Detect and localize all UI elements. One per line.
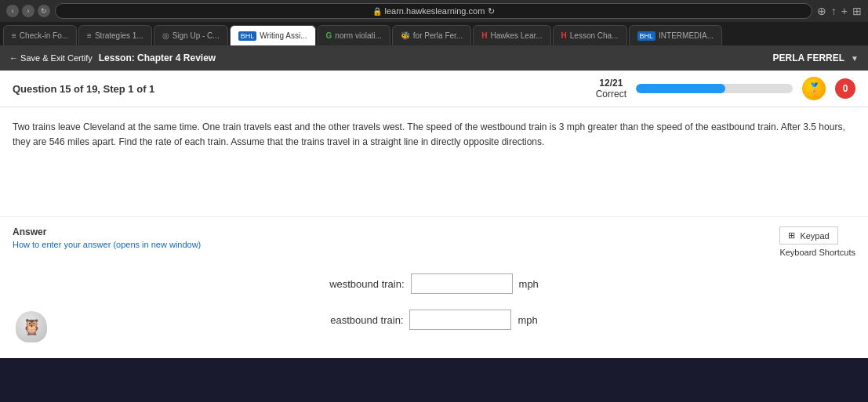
keypad-area: ⊞ Keypad Keyboard Shortcuts [779,226,855,257]
question-body: Two trains leave Cleveland at the same t… [0,107,868,217]
score-text: 12/21 Correct [596,78,626,100]
tab-icon: ≡ [12,31,16,40]
westbound-input[interactable] [411,273,513,294]
tab-icon: ◎ [162,31,169,40]
input-area: westbound train: mph eastbound train: mp… [13,273,855,330]
extensions-button[interactable]: ⊞ [852,5,862,17]
tab-label: INTERMEDIA... [659,31,714,40]
mascot: 🦉 [16,311,55,350]
question-text: Two trains leave Cleveland at the same t… [13,120,855,150]
user-dropdown-arrow[interactable]: ▼ [851,54,859,63]
score-fraction: 12/21 [596,78,626,89]
eastbound-input[interactable] [409,310,511,330]
score-area: 12/21 Correct 🏅 0 [596,77,855,100]
plus-button[interactable]: + [841,5,848,17]
tab-signup[interactable]: ◎ Sign Up - C... [154,25,228,45]
tab-label: Sign Up - C... [173,31,220,40]
tab-label: norm violati... [335,31,381,40]
eastbound-label: eastbound train: [330,314,403,326]
tab-label: Lesson Cha... [570,31,619,40]
save-exit-button[interactable]: ← Save & Exit Certify [9,53,93,63]
tab-label: Strategies 1... [95,31,143,40]
tab-perla[interactable]: 🐝 for Perla Fer... [392,25,471,45]
keyboard-shortcuts-link[interactable]: Keyboard Shortcuts [779,248,855,257]
tab-icon: H [561,31,567,40]
answer-section: Answer How to enter your answer (opens i… [0,217,868,358]
share-button[interactable]: ↑ [831,5,837,17]
tab-label: Writing Assi... [260,31,307,40]
keypad-label: Keypad [800,231,829,241]
refresh-indicator: ↻ [488,6,495,16]
question-label: Question 15 of 19, Step 1 of 1 [13,83,154,95]
westbound-unit: mph [519,278,539,290]
nav-right: PERLA FERREL ▼ [773,53,859,63]
keypad-button[interactable]: ⊞ Keypad [779,226,837,244]
browser-controls: ‹ › ↻ [6,5,50,17]
back-button[interactable]: ‹ [6,5,19,17]
refresh-button[interactable]: ↻ [38,5,50,17]
lock-icon: 🔒 [372,7,382,16]
answer-header: Answer How to enter your answer (opens i… [13,226,855,250]
tab-label: Check-in Fo... [20,31,68,40]
score-badge: 0 [835,78,855,99]
nav-left: ← Save & Exit Certify Lesson: Chapter 4 … [9,53,216,63]
browser-actions: ⊕ ↑ + ⊞ [817,5,862,17]
answer-hint-link[interactable]: How to enter your answer (opens in new w… [13,240,201,249]
user-name: PERLA FERREL [773,53,845,63]
tab-icon: ≡ [87,31,92,40]
navbar: ← Save & Exit Certify Lesson: Chapter 4 … [0,45,868,71]
keypad-icon: ⊞ [788,230,795,241]
westbound-label: westbound train: [329,278,404,290]
tab-icon: G [326,31,332,40]
url-text: learn.hawkeslearning.com [385,6,485,16]
medal-icon: 🏅 [802,77,826,100]
tab-icon: 🐝 [401,31,410,40]
browser-chrome: ‹ › ↻ 🔒 learn.hawkeslearning.com ↻ ⊕ ↑ +… [0,0,868,22]
score-correct-label: Correct [596,89,626,100]
eastbound-unit: mph [518,314,537,326]
tab-writing[interactable]: BHL Writing Assi... [230,25,316,45]
tab-icon: H [481,31,487,40]
tab-hawkes[interactable]: H Hawkes Lear... [473,25,550,45]
main-content: Question 15 of 19, Step 1 of 1 12/21 Cor… [0,71,868,358]
bookmark-button[interactable]: ⊕ [817,5,826,17]
tab-check-in[interactable]: ≡ Check-in Fo... [3,25,77,45]
address-bar[interactable]: 🔒 learn.hawkeslearning.com ↻ [55,3,812,19]
lesson-title: Lesson: Chapter 4 Review [99,53,216,63]
question-header: Question 15 of 19, Step 1 of 1 12/21 Cor… [0,71,868,107]
tab-lesson[interactable]: H Lesson Cha... [553,25,627,45]
tab-label: Hawkes Lear... [490,31,542,40]
tab-bar: ≡ Check-in Fo... ≡ Strategies 1... ◎ Sig… [0,22,868,45]
tab-label: for Perla Fer... [413,31,463,40]
progress-bar-container [636,84,793,93]
tab-icon: BHL [238,31,257,41]
tab-norm[interactable]: G norm violati... [318,25,390,45]
tab-strategies[interactable]: ≡ Strategies 1... [78,25,152,45]
forward-button[interactable]: › [22,5,35,17]
mascot-image: 🦉 [16,311,47,342]
tab-icon: BHL [637,31,656,41]
tab-intermedia[interactable]: BHL INTERMEDIA... [629,25,723,45]
eastbound-row: eastbound train: mph [330,310,538,330]
answer-header-label: Answer [13,226,855,237]
westbound-row: westbound train: mph [329,273,539,294]
progress-bar-fill [636,84,725,93]
